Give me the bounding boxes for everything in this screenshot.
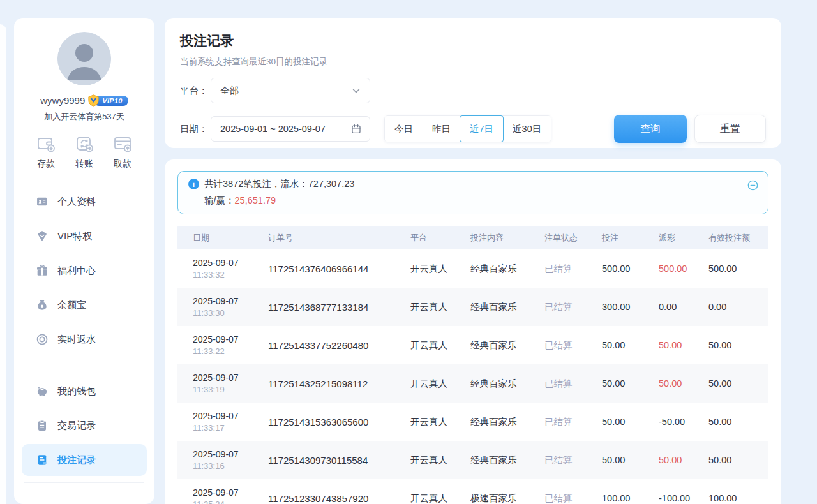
reset-button[interactable]: 重置 [694,115,766,143]
date-range-value: 2025-09-01 ~ 2025-09-07 [220,124,326,134]
platform-select[interactable]: 全部 [211,78,370,103]
quick-range-button-0[interactable]: 今日 [385,116,423,142]
platform: 开云真人 [410,454,470,466]
bet-content: 经典百家乐 [470,301,544,313]
nav-group-primary: 个人资料VIP特权福利中心余额宝实时返水 [14,184,154,357]
divider [24,366,144,366]
action-transfer[interactable]: 转账 [74,133,94,170]
table-row: 2025-09-0711:33:191172514325215098112开云真… [177,364,768,403]
query-button[interactable]: 查询 [614,115,687,143]
bet-time: 11:33:16 [193,461,268,471]
username: wywy9999 [40,95,85,106]
column-header-6: 派彩 [659,232,708,244]
page-subtitle: 当前系统支持查询最近30日的投注记录 [180,56,766,68]
quick-range-group: 今日昨日近7日近30日 [384,115,551,142]
sidebar-item-welfare[interactable]: 福利中心 [14,253,154,288]
cell-date: 2025-09-0711:33:30 [193,296,268,318]
quick-range-button-1[interactable]: 昨日 [423,116,460,142]
date-range-input[interactable]: 2025-09-01 ~ 2025-09-07 [211,116,370,142]
order-number: 1172514368777133184 [268,302,410,313]
chevron-down-icon [350,85,362,96]
transfer-icon [74,133,94,154]
sidebar-item-yuebao[interactable]: 余额宝 [14,288,154,322]
valid-bet-amount: 50.00 [708,417,768,427]
join-days-text: 加入开云体育第537天 [14,111,154,122]
bet-content: 经典百家乐 [470,454,544,466]
order-number: 1172514337752260480 [268,340,410,351]
cell-date: 2025-09-0711:33:17 [193,411,268,433]
date-filter-row: 日期： 2025-09-01 ~ 2025-09-07 今日昨日近7日近30日 … [180,115,766,143]
piggy-bank-icon [36,385,49,397]
bet-amount: 50.00 [602,340,659,350]
quick-range-button-3[interactable]: 近30日 [503,116,551,142]
sidebar-item-profile[interactable]: 个人资料 [14,184,154,219]
sidebar-item-wallet[interactable]: 我的钱包 [14,374,154,408]
order-number: 1172514309730115584 [268,455,410,466]
money-bag-icon [36,299,49,311]
bet-time: 11:33:17 [193,423,268,433]
payout-amount: -100.00 [659,493,708,503]
avatar[interactable] [57,32,111,85]
bet-date: 2025-09-07 [193,487,268,498]
action-deposit[interactable]: 存款 [36,133,56,170]
cell-date: 2025-09-0711:33:22 [193,334,268,356]
clipboard-icon [36,419,49,432]
valid-bet-amount: 50.00 [708,378,768,389]
column-header-1: 订单号 [268,232,410,244]
valid-bet-amount: 0.00 [708,302,768,312]
bet-content: 极速百家乐 [470,493,544,504]
bet-time: 11:33:19 [193,385,268,394]
cell-date: 2025-09-0711:25:24 [193,487,268,504]
sidebar-item-transactions[interactable]: 交易记录 [14,408,154,443]
payout-amount: 50.00 [659,455,708,465]
collapse-icon[interactable] [747,179,759,191]
column-header-0: 日期 [193,232,268,244]
summary-banner: i 共计3872笔投注，流水：727,307.23 输/赢：25,651.79 [177,171,768,214]
bet-status: 已结算 [544,378,602,390]
quick-range-button-2[interactable]: 近7日 [460,115,504,142]
sidebar: wywy9999 VIP10 加入开云体育第537天 存款转账取款 个人资料VI… [14,18,154,504]
column-header-2: 平台 [410,232,470,244]
bet-amount: 50.00 [602,417,659,427]
platform: 开云真人 [410,416,470,428]
order-number: 1172514376406966144 [268,263,410,274]
platform: 开云真人 [410,263,470,275]
info-icon: i [188,179,199,189]
column-header-4: 注单状态 [544,232,602,244]
table-row: 2025-09-0711:33:301172514368777133184开云真… [177,288,768,326]
divider [24,482,144,483]
action-withdraw[interactable]: 取款 [112,133,133,170]
platform-select-value: 全部 [220,85,239,97]
bet-content: 经典百家乐 [470,263,544,275]
sidebar-item-vip[interactable]: VIP特权 [14,219,154,253]
sidebar-item-bet-records[interactable]: 投注记录 [22,444,147,476]
payout-amount: 50.00 [659,340,708,350]
wallet-icon [36,133,56,154]
avatar-silhouette [57,32,111,85]
platform: 开云真人 [410,378,470,390]
bet-time: 11:33:22 [193,346,268,356]
rebate-icon [36,333,49,346]
bet-amount: 300.00 [602,302,659,312]
sidebar-item-label: 投注记录 [57,454,96,466]
payout-amount: 500.00 [659,263,708,274]
cell-date: 2025-09-0711:33:16 [193,449,268,471]
sidebar-item-label: 实时返水 [57,334,96,346]
table-row: 2025-09-0711:33:171172514315363065600开云真… [177,403,768,441]
bet-status: 已结算 [544,339,602,352]
payout-amount: -50.00 [659,417,708,427]
bet-content: 经典百家乐 [470,339,544,352]
table-header-row: 日期订单号平台投注内容注单状态投注派彩有效投注额 [177,226,768,249]
table-row: 2025-09-0711:33:221172514337752260480开云真… [177,326,768,364]
bet-status: 已结算 [544,416,602,428]
action-label-deposit: 存款 [37,158,55,170]
table-body: 2025-09-0711:33:321172514376406966144开云真… [177,249,768,504]
valid-bet-amount: 50.00 [708,455,768,465]
sidebar-item-rebate[interactable]: 实时返水 [14,322,154,357]
id-card-icon [36,195,49,208]
user-row: wywy9999 VIP10 [14,94,154,107]
bet-amount: 50.00 [602,378,659,389]
bet-date: 2025-09-07 [193,296,268,306]
platform-label: 平台： [180,85,211,97]
column-header-5: 投注 [602,232,659,244]
